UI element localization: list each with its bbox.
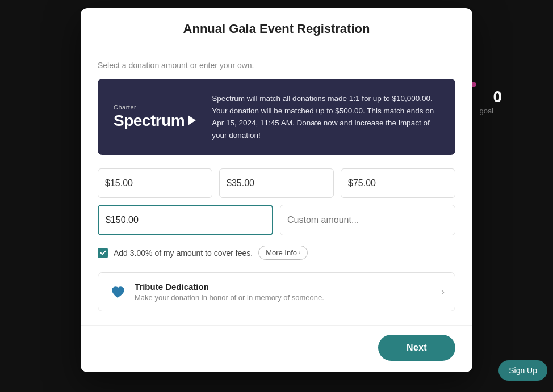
right-action-buttons: Sign Up: [498, 360, 553, 381]
cover-fees-row: Add 3.00% of my amount to cover fees. Mo…: [98, 246, 455, 260]
tribute-title: Tribute Dedication: [135, 282, 433, 292]
checkmark-icon: [100, 250, 106, 256]
heart-icon: [111, 285, 124, 299]
cover-fees-checkbox[interactable]: [98, 248, 108, 258]
instruction-text: Select a donation amount or enter your o…: [98, 61, 455, 70]
sponsor-description: Spectrum will match all donations made 1…: [212, 92, 439, 141]
more-info-label: More Info: [266, 248, 297, 257]
spectrum-name: Spectrum: [114, 111, 196, 130]
amount-15-button[interactable]: $15.00: [98, 168, 212, 198]
donation-amounts-row1: $15.00 $35.00 $75.00: [98, 168, 455, 198]
amount-75-button[interactable]: $75.00: [341, 168, 455, 198]
chevron-right-icon: ›: [299, 250, 300, 256]
modal-backdrop: Annual Gala Event Registration Select a …: [0, 0, 553, 392]
charter-label: Charter: [114, 104, 196, 111]
tribute-description: Make your donation in honor of or in mem…: [135, 293, 433, 302]
sponsor-logo: Charter Spectrum: [114, 104, 196, 130]
modal-header: Annual Gala Event Registration: [81, 8, 472, 47]
amount-35-button[interactable]: $35.00: [219, 168, 334, 198]
signup-button[interactable]: Sign Up: [498, 360, 547, 381]
spectrum-logo: Charter Spectrum: [114, 104, 196, 130]
cover-fees-label: Add 3.00% of my amount to cover fees.: [114, 248, 253, 258]
tribute-text: Tribute Dedication Make your donation in…: [135, 282, 433, 302]
tribute-dedication-card[interactable]: Tribute Dedication Make your donation in…: [98, 272, 455, 311]
modal-body: Select a donation amount or enter your o…: [81, 47, 472, 325]
sponsor-banner: Charter Spectrum Spectrum will match all…: [98, 79, 455, 155]
registration-modal: Annual Gala Event Registration Select a …: [81, 8, 472, 372]
next-button[interactable]: Next: [378, 335, 455, 361]
more-info-button[interactable]: More Info ›: [258, 246, 308, 260]
tribute-icon: [108, 283, 127, 301]
spectrum-arrow-icon: [188, 115, 196, 125]
tribute-chevron-icon: ›: [441, 286, 445, 298]
modal-title: Annual Gala Event Registration: [98, 22, 455, 36]
amount-150-button[interactable]: $150.00: [98, 205, 273, 235]
donation-amounts-row2: $150.00: [98, 205, 455, 235]
custom-amount-input[interactable]: [280, 205, 455, 235]
modal-footer: Next: [81, 325, 472, 372]
